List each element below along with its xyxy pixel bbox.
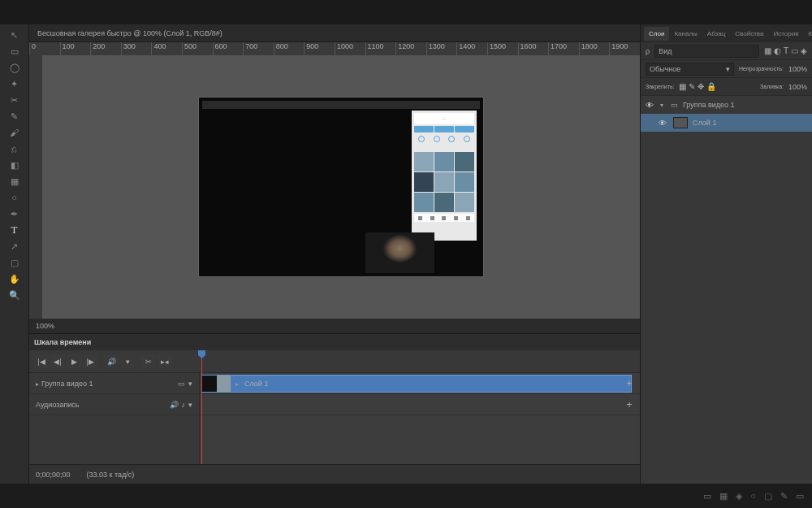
brush-tool[interactable]: 🖌 — [6, 126, 24, 139]
move-tool[interactable]: ↖ — [6, 28, 24, 41]
filter-image-icon[interactable]: ▦ — [764, 46, 771, 55]
ruler-vertical — [29, 55, 42, 319]
video-clip[interactable]: ▸Слой 1 — [201, 375, 632, 393]
shape-tool[interactable]: ▢ — [6, 256, 24, 269]
timeline-panel: Шкала времени |◀ ◀| ▶ |▶ 🔊 ▾ ✂ ▸◂ 02:00f… — [29, 333, 640, 484]
artboard: ··· — [199, 98, 483, 276]
eyedropper-tool[interactable]: ✎ — [6, 110, 24, 123]
document-tab[interactable]: Бесшовная галерея быстро @ 100% (Слой 1,… — [29, 24, 640, 42]
visibility-toggle-icon[interactable]: 👁 — [659, 119, 668, 128]
blur-tool[interactable]: ○ — [6, 191, 24, 204]
dock-icon[interactable]: ▭ — [703, 491, 711, 501]
goto-first-frame-button[interactable]: |◀ — [34, 354, 49, 369]
wand-tool[interactable]: ✦ — [6, 77, 24, 90]
filter-adjust-icon[interactable]: ◐ — [774, 46, 781, 55]
ruler-horizontal: 0100200300400500600700800900100011001200… — [29, 42, 640, 55]
dock-icon[interactable]: ▢ — [764, 491, 772, 501]
add-audio-button[interactable]: + — [624, 399, 635, 410]
frame-rate: (33.03 к тад/с) — [87, 471, 135, 479]
gradient-tool[interactable]: ▦ — [6, 175, 24, 188]
lock-position-icon[interactable]: ✥ — [698, 82, 704, 91]
dock-icon[interactable]: ✎ — [780, 491, 788, 501]
embedded-video-header — [202, 101, 480, 109]
panel-tab[interactable]: Свойства — [730, 27, 768, 41]
lasso-tool[interactable]: ◯ — [6, 61, 24, 74]
zoom-level: 100% — [36, 322, 54, 330]
filter-type-icon[interactable]: T — [784, 46, 788, 55]
crop-tool[interactable]: ✂ — [6, 93, 24, 106]
filmstrip-icon[interactable]: ▭ — [178, 380, 185, 388]
clip-thumbnail — [202, 376, 231, 392]
layer-group-row[interactable]: 👁 ▾ ▭ Группа видео 1 — [641, 96, 812, 114]
dock-icon[interactable]: ▭ — [796, 491, 804, 501]
zoom-tool[interactable]: 🔍 — [6, 289, 24, 302]
layer-thumbnail — [673, 117, 688, 128]
filter-smart-icon[interactable]: ◈ — [801, 46, 807, 55]
transition-button[interactable]: ▸◂ — [158, 354, 172, 369]
split-clip-button[interactable]: ✂ — [141, 354, 156, 369]
dock-icon[interactable]: ○ — [750, 491, 756, 501]
music-icon[interactable]: ♪ — [182, 401, 186, 409]
lock-pixels-icon[interactable]: ▦ — [679, 82, 686, 91]
add-media-button[interactable]: + — [624, 378, 635, 389]
eraser-tool[interactable]: ◧ — [6, 158, 24, 172]
timeline-track-area[interactable]: ▸Слой 1 + + — [200, 373, 640, 464]
presenter-webcam — [365, 232, 434, 273]
layer-row[interactable]: 👁 Слой 1 — [641, 114, 812, 132]
layers-panel: СлоиКаналыАбзацСвойстваИсторияКисть ρ Ви… — [640, 24, 812, 484]
settings-icon[interactable]: ▾ — [120, 354, 135, 369]
fill-value[interactable]: 100% — [788, 83, 807, 91]
phone-mockup: ··· — [412, 111, 477, 241]
bottom-dock: ▭ ▦ ◈ ○ ▢ ✎ ▭ — [0, 484, 812, 508]
panel-tab[interactable]: Слои — [644, 27, 669, 41]
current-time[interactable]: 0;00;00;00 — [36, 471, 71, 479]
opacity-value[interactable]: 100% — [788, 65, 807, 73]
prev-frame-button[interactable]: ◀| — [50, 354, 65, 369]
dock-icon[interactable]: ▦ — [719, 491, 728, 501]
play-button[interactable]: ▶ — [67, 354, 81, 369]
filter-shape-icon[interactable]: ▭ — [791, 46, 798, 55]
timeline-footer: 0;00;00;00 (33.03 к тад/с) — [29, 464, 640, 484]
video-track-header[interactable]: ▸Группа видео 1 ▭▾ — [29, 373, 199, 394]
layer-filter-select[interactable]: Вид — [654, 45, 759, 58]
folder-icon: ▭ — [671, 101, 678, 109]
panel-tabs: СлоиКаналыАбзацСвойстваИсторияКисть — [641, 24, 812, 42]
mute-button[interactable]: 🔊 — [104, 354, 119, 369]
panel-tab[interactable]: Кисть — [803, 27, 812, 41]
lock-brush-icon[interactable]: ✎ — [689, 82, 695, 91]
panel-tab[interactable]: История — [768, 27, 803, 41]
path-tool[interactable]: ↗ — [6, 240, 24, 253]
stamp-tool[interactable]: ⎌ — [6, 142, 24, 155]
marquee-tool[interactable]: ▭ — [6, 45, 24, 58]
lock-all-icon[interactable]: 🔒 — [706, 82, 716, 91]
phone-profile-name: ··· — [414, 113, 474, 124]
playhead[interactable] — [201, 350, 202, 464]
timeline-track-headers: ▸Группа видео 1 ▭▾ Аудиозапись 🔊♪▾ — [29, 373, 200, 464]
type-tool[interactable]: T — [6, 224, 24, 237]
canvas[interactable]: ··· — [42, 55, 640, 319]
timeline-title: Шкала времени — [29, 334, 640, 350]
document-title: Бесшовная галерея быстро @ 100% (Слой 1,… — [37, 29, 222, 37]
blend-mode-select[interactable]: Обычное▾ — [646, 63, 734, 76]
panel-tab[interactable]: Каналы — [669, 27, 702, 41]
audio-icon[interactable]: 🔊 — [170, 401, 179, 409]
pen-tool[interactable]: ✒ — [6, 207, 24, 220]
toolbar: ↖ ▭ ◯ ✦ ✂ ✎ 🖌 ⎌ ◧ ▦ ○ ✒ T ↗ ▢ ✋ 🔍 — [0, 24, 29, 484]
dock-icon[interactable]: ◈ — [736, 491, 742, 501]
status-bar: 100% — [29, 319, 640, 333]
hand-tool[interactable]: ✋ — [6, 272, 24, 285]
panel-tab[interactable]: Абзац — [702, 27, 730, 41]
layers-list: 👁 ▾ ▭ Группа видео 1 👁 Слой 1 — [641, 96, 812, 484]
app-menubar — [0, 0, 812, 24]
visibility-toggle-icon[interactable]: 👁 — [646, 101, 655, 110]
next-frame-button[interactable]: |▶ — [83, 354, 97, 369]
audio-track-header[interactable]: Аудиозапись 🔊♪▾ — [29, 394, 199, 415]
